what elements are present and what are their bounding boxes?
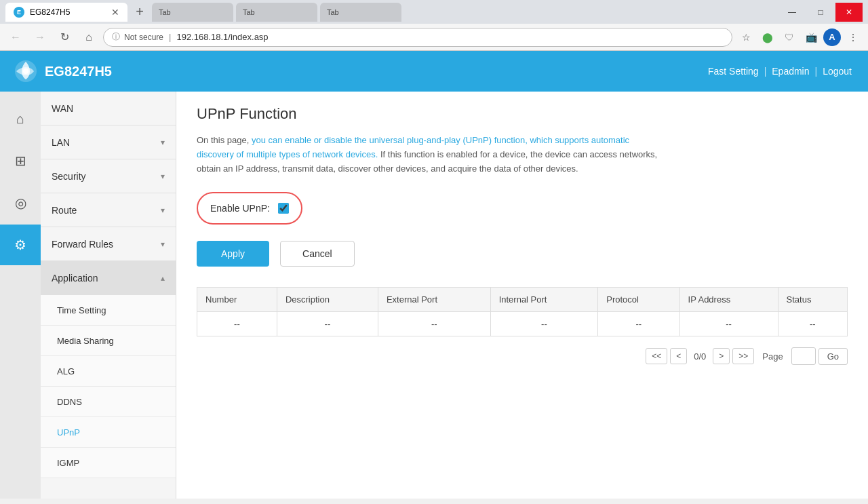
forward-button[interactable]: → [30, 27, 50, 47]
profile-avatar[interactable]: A [823, 28, 841, 46]
col-ip-address: IP Address [679, 288, 778, 312]
sidebar-item-route[interactable]: Route ▾ [41, 193, 176, 227]
extension-icon-2[interactable]: 🛡 [780, 28, 799, 47]
new-tab-button[interactable]: + [130, 3, 149, 22]
apply-button[interactable]: Apply [197, 241, 269, 267]
table-body: -- -- -- -- -- -- -- [197, 312, 848, 336]
sidebar-item-security-label: Security [52, 171, 86, 182]
col-status: Status [778, 288, 847, 312]
sidebar-item-application-label: Application [52, 273, 98, 284]
route-arrow: ▾ [161, 206, 165, 215]
cell-status: -- [778, 312, 847, 336]
active-tab[interactable]: E EG8247H5 ✕ [5, 3, 127, 22]
submenu-alg-label: ALG [57, 366, 75, 376]
pagination: << < 0/0 > >> Page Go [197, 347, 848, 365]
cast-icon[interactable]: 📺 [802, 28, 821, 47]
browser-titlebar: E EG8247H5 ✕ + Tab Tab Tab — □ ✕ [0, 0, 868, 24]
minimize-button[interactable]: — [778, 3, 806, 22]
app-wrapper: EG8247H5 Fast Setting | Epadmin | Logout… [0, 51, 868, 499]
lan-arrow: ▾ [161, 138, 165, 147]
monitor-icon: ◎ [15, 195, 26, 211]
col-external-port: External Port [378, 288, 490, 312]
security-label: Not secure [124, 33, 163, 42]
back-button[interactable]: ← [5, 27, 26, 47]
window-controls: — □ ✕ [778, 3, 863, 22]
sidebar-item-wan-label: WAN [52, 103, 73, 114]
epadmin-link[interactable]: Epadmin [769, 66, 812, 77]
submenu-item-upnp[interactable]: UPnP [41, 417, 176, 448]
bookmark-icon[interactable]: ☆ [736, 28, 755, 47]
reload-button[interactable]: ↻ [54, 27, 75, 47]
sidebar-item-security[interactable]: Security ▾ [41, 159, 176, 193]
col-internal-port: Internal Port [490, 288, 598, 312]
sidebar-item-wan[interactable]: WAN [41, 92, 176, 125]
sidebar-item-route-label: Route [52, 205, 77, 216]
app-body: ⌂ ⊞ ◎ ⚙ WAN LAN ▾ Security ▾ [0, 92, 868, 499]
main-content: UPnP Function On this page, you can enab… [176, 92, 868, 499]
cell-ip-address: -- [679, 312, 778, 336]
forward-rules-arrow: ▾ [161, 239, 165, 249]
col-description: Description [277, 288, 378, 312]
plus-icon: ⊞ [15, 153, 26, 169]
button-row: Apply Cancel [197, 241, 848, 267]
page-info: 0/0 [690, 351, 710, 362]
other-tab-3[interactable]: Tab [320, 3, 401, 22]
url-text: 192.168.18.1/index.asp [176, 32, 724, 42]
sidebar-icon-add[interactable]: ⊞ [0, 140, 41, 181]
home-button[interactable]: ⌂ [79, 27, 99, 47]
sidebar-item-application[interactable]: Application ▴ [41, 261, 176, 295]
submenu-item-ddns[interactable]: DDNS [41, 387, 176, 417]
tab-title: EG8247H5 [30, 7, 70, 17]
toolbar-icons: ☆ ⬤ 🛡 📺 A ⋮ [736, 28, 863, 47]
go-button[interactable]: Go [818, 348, 848, 365]
description-part1: On this page, [197, 135, 252, 145]
cancel-button[interactable]: Cancel [280, 241, 355, 267]
sidebar-icon-settings[interactable]: ⚙ [0, 225, 41, 265]
enable-upnp-label: Enable UPnP: [210, 203, 270, 214]
sidebar-icon-monitor[interactable]: ◎ [0, 182, 41, 223]
fast-setting-link[interactable]: Fast Setting [705, 66, 762, 77]
tab-close-button[interactable]: ✕ [111, 7, 119, 18]
submenu-upnp-label: UPnP [57, 427, 80, 438]
col-number: Number [197, 288, 277, 312]
next-page-button[interactable]: > [713, 348, 730, 364]
cell-number: -- [197, 312, 277, 336]
table-header: Number Description External Port Interna… [197, 288, 848, 312]
submenu-item-media-sharing[interactable]: Media Sharing [41, 326, 176, 356]
submenu-item-igmp[interactable]: IGMP [41, 448, 176, 478]
submenu-igmp-label: IGMP [57, 458, 79, 468]
table-header-row: Number Description External Port Interna… [197, 288, 848, 312]
sidebar-menu: WAN LAN ▾ Security ▾ Route ▾ Forward Rul… [41, 92, 176, 499]
last-page-button[interactable]: >> [732, 348, 754, 364]
page-title: UPnP Function [197, 105, 848, 123]
other-tab-2[interactable]: Tab [236, 3, 317, 22]
sidebar-icon-home[interactable]: ⌂ [0, 98, 41, 139]
submenu-item-time-setting[interactable]: Time Setting [41, 295, 176, 326]
maximize-button[interactable]: □ [807, 3, 834, 22]
menu-icon[interactable]: ⋮ [844, 28, 863, 47]
sidebar-item-forward-rules-label: Forward Rules [52, 239, 113, 250]
enable-upnp-checkbox[interactable] [278, 203, 289, 214]
page-number-input[interactable] [791, 347, 816, 365]
sidebar-item-lan[interactable]: LAN ▾ [41, 125, 176, 159]
cell-description: -- [277, 312, 378, 336]
lock-icon: ⓘ [112, 31, 120, 43]
address-bar[interactable]: ⓘ Not secure | 192.168.18.1/index.asp [103, 28, 732, 47]
logout-link[interactable]: Logout [820, 66, 854, 77]
other-tab-1[interactable]: Tab [152, 3, 233, 22]
submenu-media-sharing-label: Media Sharing [57, 336, 114, 346]
submenu-item-alg[interactable]: ALG [41, 356, 176, 387]
tab-favicon: E [14, 7, 24, 18]
cell-protocol: -- [598, 312, 679, 336]
sidebar-item-forward-rules[interactable]: Forward Rules ▾ [41, 227, 176, 261]
data-table: Number Description External Port Interna… [197, 287, 848, 336]
submenu-ddns-label: DDNS [57, 397, 82, 407]
extension-icon-1[interactable]: ⬤ [758, 28, 777, 47]
cell-internal-port: -- [490, 312, 598, 336]
cell-external-port: -- [378, 312, 490, 336]
upnp-enable-row: Enable UPnP: [197, 192, 302, 225]
app-title: EG8247H5 [45, 64, 112, 79]
close-button[interactable]: ✕ [835, 3, 863, 22]
prev-page-button[interactable]: < [670, 348, 687, 364]
first-page-button[interactable]: << [646, 348, 667, 364]
